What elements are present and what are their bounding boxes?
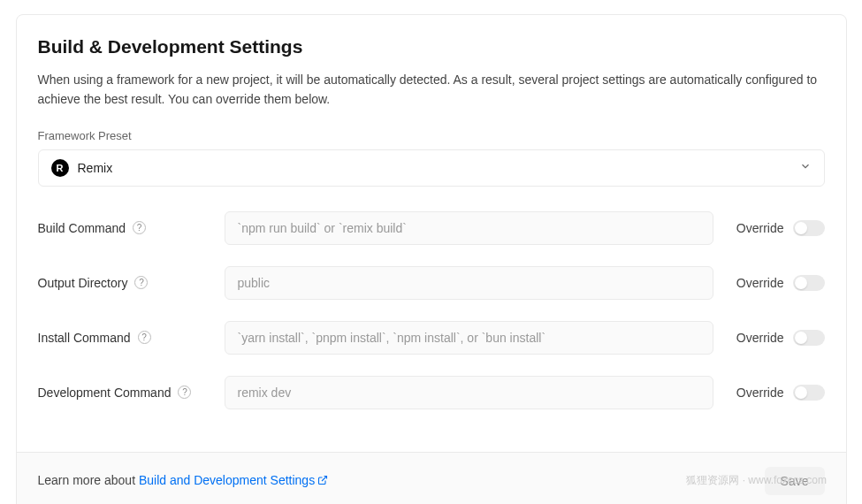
- output-directory-label: Output Directory: [38, 276, 128, 290]
- card-footer: Learn more about Build and Development S…: [17, 452, 846, 504]
- output-directory-input[interactable]: [225, 266, 713, 300]
- override-label: Override: [736, 276, 784, 290]
- save-button[interactable]: Save: [765, 467, 825, 495]
- framework-preset-value: Remix: [78, 161, 790, 175]
- footer-link-text: Build and Development Settings: [139, 473, 315, 487]
- page-description: When using a framework for a new project…: [38, 70, 825, 110]
- toggle-knob: [795, 386, 807, 399]
- card-body: Build & Development Settings When using …: [17, 15, 846, 452]
- build-command-label-wrap: Build Command ?: [38, 221, 210, 235]
- development-command-input[interactable]: [225, 376, 713, 409]
- svg-line-0: [322, 477, 327, 482]
- remix-icon: R: [51, 159, 69, 177]
- build-command-label: Build Command: [38, 221, 126, 235]
- build-override: Override: [728, 220, 825, 236]
- help-icon[interactable]: ?: [133, 221, 146, 234]
- footer-link[interactable]: Build and Development Settings: [139, 473, 328, 487]
- build-override-toggle[interactable]: [793, 220, 825, 236]
- output-directory-row: Output Directory ? Override: [38, 266, 825, 300]
- development-command-row: Development Command ? Override: [38, 376, 825, 409]
- help-icon[interactable]: ?: [134, 276, 148, 289]
- toggle-knob: [795, 222, 807, 234]
- help-icon[interactable]: ?: [178, 386, 191, 399]
- development-command-label: Development Command: [38, 386, 172, 400]
- output-directory-label-wrap: Output Directory ?: [38, 276, 210, 290]
- build-command-row: Build Command ? Override: [38, 211, 825, 245]
- build-command-input[interactable]: [225, 211, 713, 245]
- framework-preset-label: Framework Preset: [38, 129, 825, 142]
- override-label: Override: [736, 331, 784, 345]
- install-command-input[interactable]: [225, 321, 713, 355]
- dev-override: Override: [728, 385, 825, 401]
- settings-card: Build & Development Settings When using …: [16, 14, 847, 504]
- toggle-knob: [795, 332, 807, 344]
- install-command-label-wrap: Install Command ?: [38, 331, 210, 345]
- footer-text: Learn more about Build and Development S…: [38, 473, 329, 488]
- chevron-down-icon: [799, 160, 812, 176]
- dev-override-toggle[interactable]: [793, 385, 825, 401]
- install-command-label: Install Command: [38, 331, 131, 345]
- install-override: Override: [728, 330, 825, 346]
- override-label: Override: [736, 221, 784, 235]
- install-command-row: Install Command ? Override: [38, 321, 825, 355]
- page-title: Build & Development Settings: [38, 36, 825, 57]
- footer-prefix: Learn more about: [38, 473, 139, 487]
- install-override-toggle[interactable]: [793, 330, 825, 346]
- toggle-knob: [795, 277, 807, 289]
- help-icon[interactable]: ?: [138, 331, 151, 344]
- output-override-toggle[interactable]: [793, 275, 825, 291]
- external-link-icon: [317, 474, 328, 488]
- output-override: Override: [728, 275, 825, 291]
- override-label: Override: [736, 386, 784, 400]
- development-command-label-wrap: Development Command ?: [38, 386, 210, 400]
- framework-preset-select[interactable]: R Remix: [38, 149, 825, 187]
